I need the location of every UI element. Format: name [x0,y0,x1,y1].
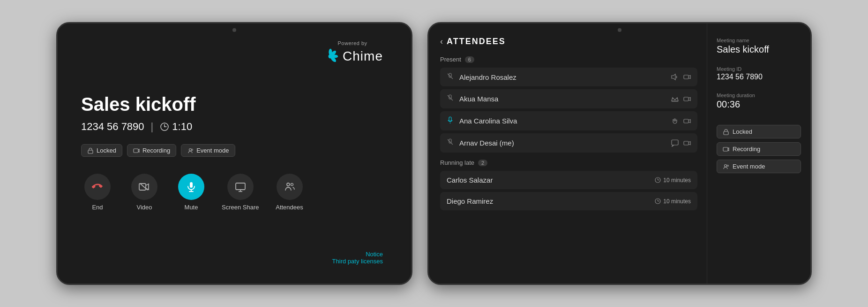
video-small-icon [683,117,691,125]
mute-icon [186,181,197,192]
svg-rect-43 [724,131,728,135]
present-label: Present [440,56,461,63]
mute-button[interactable] [178,174,204,200]
attendee-name: Alejandro Rosalez [459,73,516,81]
svg-line-23 [448,74,453,79]
badge-event-mode: Event mode [181,144,235,157]
present-header: Present 6 [440,56,697,63]
meeting-id-value: 1234 56 7890 [717,73,801,81]
badge-locked: Locked [81,144,122,157]
chat-icon [671,139,679,147]
late-time: 10 minutes [655,177,691,184]
video-small-icon [683,73,691,81]
attendee-row: Arnav Desai (me) [440,133,697,153]
attendee-name: Akua Mansa [459,95,498,103]
late-row: Diego Ramirez 10 minutes [440,192,697,210]
meeting-id-row: 1234 56 7890 | 1:10 [81,121,388,133]
attendees-control[interactable]: Attendees [273,174,306,211]
meeting-title: Sales kickoff [81,94,388,115]
back-chevron-icon: ‹ [440,37,443,46]
meeting-name-value: Sales kickoff [717,44,801,55]
attendee-name: Arnav Desai (me) [459,139,514,147]
svg-line-27 [448,95,453,100]
attendee-row: Akua Mansa [440,89,697,108]
attendee-left: Ana Carolina Silva [447,116,517,125]
video-button[interactable] [131,174,157,200]
screenshare-control[interactable]: Screen Share [222,174,259,211]
end-button[interactable] [84,174,111,200]
attendees-panel: ‹ ATTENDEES Present 6 Alejandro Rosalez [429,23,707,284]
attendees-icon [284,181,295,192]
third-party-link[interactable]: Third paty licenses [332,258,383,265]
video-icon [139,181,150,192]
controls-row: End Video [81,174,388,211]
notice-area: Notice Third paty licenses [332,251,383,265]
right-badge-recording[interactable]: Recording [717,142,801,156]
status-badges: Locked Recording Event mode [81,144,388,157]
right-badge-locked[interactable]: Locked [717,125,801,138]
screenshare-icon [235,181,246,192]
right-badge-event-mode[interactable]: Event mode [717,160,801,173]
right-screen: ‹ ATTENDEES Present 6 Alejandro Rosalez [429,23,810,284]
timer-text: 1:10 [172,121,192,133]
powered-by-text: Powered by [337,40,367,46]
video-control[interactable]: Video [128,174,161,211]
end-call-icon [92,181,103,192]
late-name: Diego Ramirez [447,197,493,205]
crown-icon [671,95,679,103]
left-screen: Powered by Chime Sales kickoff 1234 56 7… [58,23,411,284]
badge-recording: Recording [127,144,176,157]
back-row[interactable]: ‹ ATTENDEES [440,37,697,46]
right-badge-event-label: Event mode [733,163,765,170]
mic-muted-icon [447,73,454,81]
svg-point-4 [329,54,333,59]
screenshare-button[interactable] [227,174,254,200]
attendees-button[interactable] [277,174,303,200]
late-name: Carlos Salazar [447,176,493,184]
mic-muted-icon [447,94,454,103]
attendee-icons [671,139,691,147]
end-control[interactable]: End [81,174,114,211]
clock-small-icon [655,198,661,204]
running-late-header: Running late 2 [440,159,697,166]
svg-rect-14 [190,182,193,188]
present-count: 6 [465,56,474,63]
attendee-row: Ana Carolina Silva [440,111,697,130]
duration-label: Meeting duration [717,92,801,98]
late-time: 10 minutes [655,198,691,205]
video-small-icon [683,95,691,103]
svg-point-11 [192,149,193,150]
svg-point-46 [727,165,729,166]
svg-point-21 [291,184,293,186]
duration-value: 00:36 [717,99,801,110]
end-label: End [92,204,103,211]
meeting-duration-section: Meeting duration 00:36 [717,92,801,110]
attendee-row: Alejandro Rosalez [440,68,697,86]
late-duration: 10 minutes [663,198,691,205]
svg-rect-29 [684,97,688,101]
running-late-label: Running late [440,159,474,166]
svg-rect-30 [449,117,451,121]
attendee-icons [671,117,691,125]
attendee-left: Alejandro Rosalez [447,73,516,81]
recording-icon [133,147,140,154]
clock-small-icon [655,177,661,183]
svg-line-34 [448,139,453,145]
camera-right [618,28,621,32]
notice-link[interactable]: Notice [332,251,383,258]
meeting-id-label: Meeting ID [717,66,801,72]
speaker-icon [671,73,679,81]
left-tablet: Powered by Chime Sales kickoff 1234 56 7… [56,22,412,285]
video-label: Video [136,204,152,211]
mic-active-icon [447,116,454,125]
meeting-name-section: Meeting name Sales kickoff [717,38,801,55]
mute-control[interactable]: Mute [175,174,208,211]
svg-rect-36 [684,141,688,145]
lock-icon [723,129,729,135]
svg-point-10 [189,148,192,151]
chime-logo-area: Powered by Chime [322,40,383,65]
svg-rect-8 [88,150,93,154]
video-small-icon [683,139,691,147]
svg-rect-35 [672,140,678,145]
right-badges: Locked Recording Event mode [717,125,801,173]
